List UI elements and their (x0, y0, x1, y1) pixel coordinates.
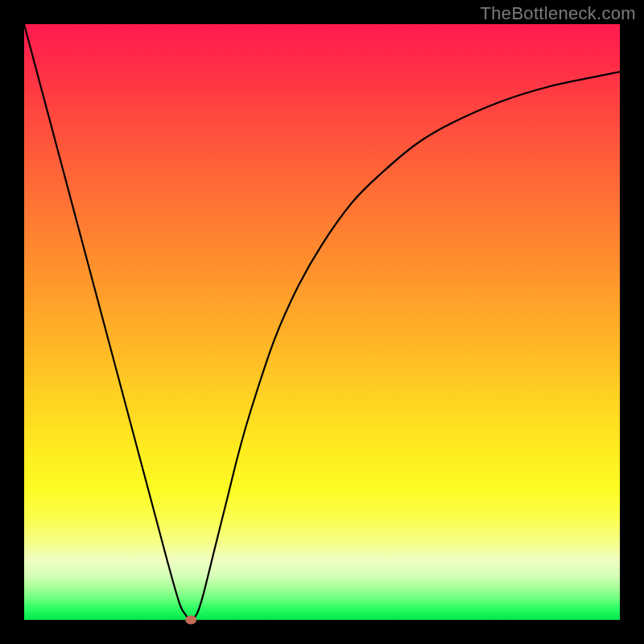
bottleneck-curve (24, 24, 620, 620)
curve-layer (24, 24, 620, 620)
chart-frame: TheBottleneck.com (0, 0, 644, 644)
bottleneck-marker (185, 616, 196, 625)
watermark-text: TheBottleneck.com (481, 3, 636, 24)
plot-area (24, 24, 620, 620)
